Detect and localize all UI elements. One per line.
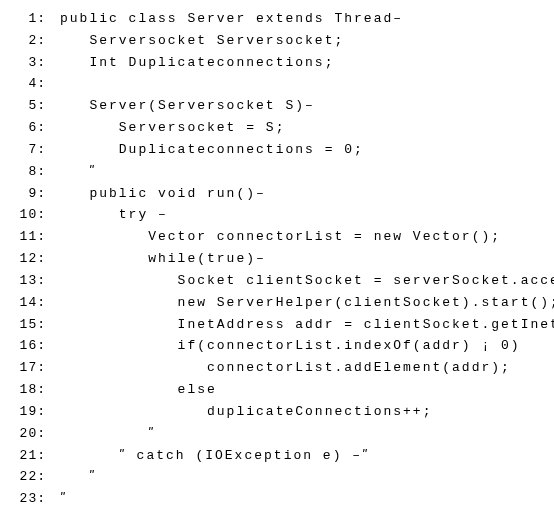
line-text: Serversocket Serversocket; [46, 30, 344, 52]
line-number: 18: [10, 379, 46, 401]
line-number: 10: [10, 204, 46, 226]
line-text: else [46, 379, 217, 401]
line-text: new ServerHelper(clientSocket).start(); [46, 292, 554, 314]
line-text: if(connectorList.indexOf(addr) ¡ 0) [46, 335, 521, 357]
line-text: Vector connectorList = new Vector(); [46, 226, 501, 248]
line-text [46, 73, 60, 95]
line-number: 1: [10, 8, 46, 30]
code-line: 9: public void run()– [10, 183, 544, 205]
line-text: ʺ [46, 466, 97, 488]
line-number: 14: [10, 292, 46, 314]
code-line: 13: Socket clientSocket = serverSocket.a… [10, 270, 544, 292]
code-line: 7: Duplicateconnections = 0; [10, 139, 544, 161]
line-text: ʺ catch (IOException e) –ʺ [46, 445, 370, 467]
line-number: 12: [10, 248, 46, 270]
code-line: 20: ʺ [10, 423, 544, 445]
line-number: 4: [10, 73, 46, 95]
code-line: 6: Serversocket = S; [10, 117, 544, 139]
code-line: 8: ʺ [10, 161, 544, 183]
code-line: 19: duplicateConnections++; [10, 401, 544, 423]
code-line: 1:public class Server extends Thread– [10, 8, 544, 30]
line-number: 7: [10, 139, 46, 161]
code-line: 10: try – [10, 204, 544, 226]
code-line: 16: if(connectorList.indexOf(addr) ¡ 0) [10, 335, 544, 357]
line-number: 19: [10, 401, 46, 423]
line-text: Server(Serversocket S)– [46, 95, 315, 117]
line-number: 17: [10, 357, 46, 379]
line-number: 20: [10, 423, 46, 445]
line-number: 9: [10, 183, 46, 205]
code-line: 5: Server(Serversocket S)– [10, 95, 544, 117]
code-listing: 1:public class Server extends Thread–2: … [10, 8, 544, 510]
line-number: 6: [10, 117, 46, 139]
line-text: ʺ [46, 161, 97, 183]
line-text: public void run()– [46, 183, 266, 205]
line-text: InetAddress addr = clientSocket.getInetA… [46, 314, 554, 336]
code-line: 23:ʺ [10, 488, 544, 510]
line-text: Int Duplicateconnections; [46, 52, 334, 74]
line-number: 5: [10, 95, 46, 117]
line-number: 8: [10, 161, 46, 183]
line-number: 3: [10, 52, 46, 74]
line-text: connectorList.addElement(addr); [46, 357, 511, 379]
code-line: 12: while(true)– [10, 248, 544, 270]
line-number: 11: [10, 226, 46, 248]
code-line: 3: Int Duplicateconnections; [10, 52, 544, 74]
line-number: 15: [10, 314, 46, 336]
line-text: while(true)– [46, 248, 266, 270]
line-text: ʺ [46, 423, 156, 445]
line-text: Duplicateconnections = 0; [46, 139, 364, 161]
line-number: 22: [10, 466, 46, 488]
line-text: Serversocket = S; [46, 117, 285, 139]
line-text: Socket clientSocket = serverSocket.accep… [46, 270, 554, 292]
line-number: 21: [10, 445, 46, 467]
code-line: 14: new ServerHelper(clientSocket).start… [10, 292, 544, 314]
code-line: 2: Serversocket Serversocket; [10, 30, 544, 52]
code-line: 17: connectorList.addElement(addr); [10, 357, 544, 379]
code-line: 21: ʺ catch (IOException e) –ʺ [10, 445, 544, 467]
line-number: 2: [10, 30, 46, 52]
code-line: 15: InetAddress addr = clientSocket.getI… [10, 314, 544, 336]
line-number: 16: [10, 335, 46, 357]
line-number: 23: [10, 488, 46, 510]
line-number: 13: [10, 270, 46, 292]
code-line: 4: [10, 73, 544, 95]
line-text: ʺ [46, 488, 68, 510]
line-text: public class Server extends Thread– [46, 8, 403, 30]
code-line: 11: Vector connectorList = new Vector(); [10, 226, 544, 248]
line-text: try – [46, 204, 168, 226]
code-line: 22: ʺ [10, 466, 544, 488]
line-text: duplicateConnections++; [46, 401, 432, 423]
code-line: 18: else [10, 379, 544, 401]
